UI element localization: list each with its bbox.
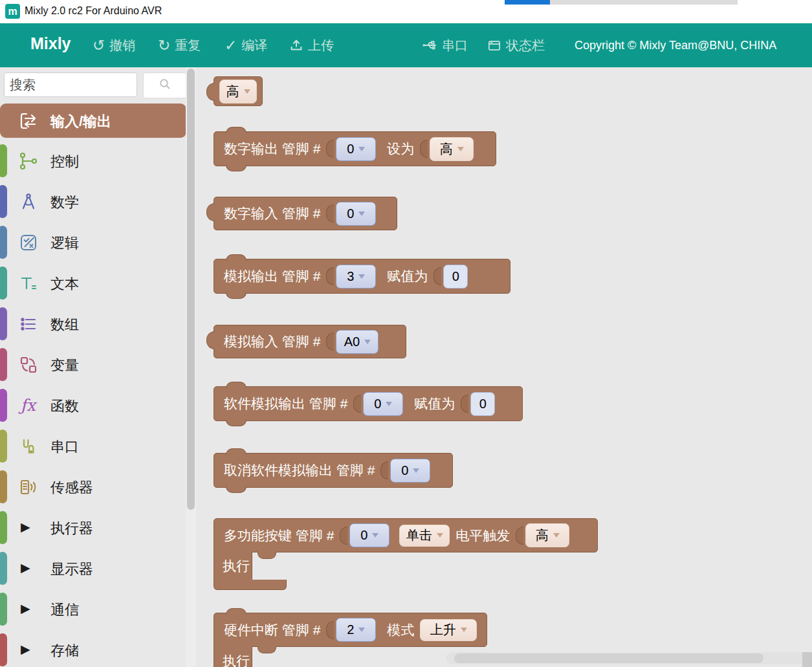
workspace-hscrollbar-thumb[interactable] (454, 653, 763, 663)
statusbar-toggle-button[interactable]: 状态栏 (487, 23, 545, 67)
pin-dropdown[interactable]: A0 (336, 330, 379, 354)
block-analog-write[interactable]: 模拟输出 管脚 # 3 赋值为 0 (214, 259, 510, 294)
input-socket (420, 140, 428, 158)
value-number-field[interactable]: 0 (443, 265, 468, 289)
control-icon (17, 150, 39, 171)
block-header-row: 多功能按键 管脚 # 0 单击 电平触发 高 (214, 518, 598, 552)
sidebar-item-communication[interactable]: ▶ 通信 (0, 592, 186, 626)
block-digital-read[interactable]: 数字输入 管脚 # 0 (214, 197, 397, 230)
upload-button[interactable]: 上传 (289, 23, 334, 67)
block-digital-write[interactable]: 数字输出 管脚 # 0 设为 高 (214, 131, 496, 166)
math-compass-icon (17, 191, 39, 212)
sidebar-item-function[interactable]: ƒx 函数 (0, 388, 186, 422)
variable-swap-icon (17, 354, 39, 375)
sensor-icon (17, 476, 39, 498)
category-color-bar (0, 185, 7, 218)
sidebar-item-array[interactable]: 数组 (0, 307, 186, 341)
upload-icon (289, 38, 303, 52)
compile-button[interactable]: ✓ 编译 (225, 23, 267, 67)
dropdown-arrow-icon (372, 533, 379, 538)
sidebar-item-control[interactable]: 控制 (0, 144, 186, 178)
input-output-icon (17, 110, 39, 131)
copyright-text: Copyright © Mixly Team@BNU, CHINA (575, 23, 776, 67)
category-color-bar (0, 389, 7, 422)
search-input[interactable] (4, 72, 137, 97)
pin-dropdown[interactable]: 0 (363, 392, 403, 416)
category-color-bar (0, 348, 7, 381)
redo-icon: ↻ (158, 38, 170, 53)
sidebar-item-display[interactable]: ▶ 显示器 (0, 551, 186, 585)
dropdown-arrow-icon (358, 628, 365, 632)
block-high-value[interactable]: 高 (214, 76, 263, 106)
usb-icon (422, 38, 437, 53)
text-icon (17, 272, 39, 294)
level-dropdown[interactable]: 高 (219, 80, 257, 104)
window-icon (487, 38, 501, 53)
block-category-sidebar: 输入/输出 控制 数学 (0, 67, 186, 667)
expand-arrow-icon: ▶ (21, 520, 30, 535)
pin-dropdown[interactable]: 0 (349, 523, 390, 547)
pin-dropdown[interactable]: 0 (336, 202, 376, 226)
sidebar-item-text[interactable]: 文本 (0, 266, 186, 300)
input-socket (326, 333, 334, 351)
block-cancel-soft-analog-write[interactable]: 取消软件模拟输出 管脚 # 0 (214, 453, 453, 488)
dropdown-arrow-icon (553, 533, 560, 538)
block-workspace-canvas[interactable]: 高 数字输出 管脚 # 0 设为 高 数字输入 管脚 # 0 (196, 67, 812, 667)
sidebar-item-serial[interactable]: 串口 (0, 429, 186, 463)
dropdown-arrow-icon (244, 89, 250, 94)
block-soft-analog-write[interactable]: 软件模拟输出 管脚 # 0 赋值为 0 (214, 386, 523, 421)
expand-arrow-icon: ▶ (21, 642, 30, 657)
dropdown-arrow-icon (461, 628, 467, 632)
redo-button[interactable]: ↻ 重复 (158, 23, 201, 67)
pin-dropdown[interactable]: 0 (336, 137, 376, 161)
sidebar-item-inout[interactable]: 输入/输出 (0, 104, 186, 138)
logic-checkbox-icon (17, 232, 39, 253)
block-multifunction-button[interactable]: 多功能按键 管脚 # 0 单击 电平触发 高 执行 (214, 518, 598, 591)
sidebar-item-math[interactable]: 数学 (0, 184, 186, 219)
undo-icon: ↺ (93, 38, 105, 53)
category-color-bar (0, 267, 7, 300)
sidebar-item-sensor[interactable]: 传感器 (0, 470, 186, 504)
category-color-bar (0, 144, 7, 177)
input-socket (326, 621, 334, 639)
category-color-bar (0, 226, 7, 259)
search-icon (158, 77, 172, 94)
serial-monitor-button[interactable]: 串口 (422, 23, 468, 67)
search-button[interactable] (143, 72, 187, 98)
input-socket (353, 395, 361, 413)
input-socket (340, 527, 347, 545)
dropdown-arrow-icon (457, 147, 464, 151)
mixly-menu-button[interactable]: Mixly (30, 34, 71, 53)
statement-slot-notch (258, 646, 276, 653)
dropdown-arrow-icon (358, 212, 365, 216)
array-list-icon (17, 313, 39, 334)
titlebar: m Mixly 2.0 rc2 For Arduino AVR (0, 0, 812, 23)
interrupt-mode-dropdown[interactable]: 上升 (420, 619, 477, 641)
pin-dropdown[interactable]: 0 (390, 459, 430, 483)
pin-dropdown[interactable]: 3 (336, 265, 376, 289)
sidebar-item-variable[interactable]: 变量 (0, 347, 186, 382)
level-dropdown[interactable]: 高 (430, 137, 474, 161)
window-title: Mixly 2.0 rc2 For Arduino AVR (25, 5, 162, 17)
input-socket (380, 461, 388, 479)
category-color-bar (0, 593, 7, 626)
progress-bar-track (550, 0, 738, 5)
dropdown-arrow-icon (386, 402, 392, 406)
sidebar-item-storage[interactable]: ▶ 存储 (0, 633, 186, 667)
block-header-row: 硬件中断 管脚 # 2 模式 上升 (214, 613, 487, 647)
dropdown-arrow-icon (358, 274, 365, 279)
undo-button[interactable]: ↺ 撤销 (93, 23, 135, 67)
dropdown-arrow-icon (437, 533, 443, 538)
dropdown-arrow-icon (358, 147, 365, 151)
pin-dropdown[interactable]: 2 (336, 618, 376, 642)
value-number-field[interactable]: 0 (470, 392, 495, 416)
block-analog-read[interactable]: 模拟输入 管脚 # A0 (214, 325, 406, 358)
click-mode-dropdown[interactable]: 单击 (399, 525, 450, 547)
input-socket (326, 267, 334, 285)
sidebar-item-logic[interactable]: 逻辑 (0, 225, 186, 259)
sidebar-scrollbar-thumb[interactable] (187, 69, 195, 510)
input-socket (433, 267, 441, 285)
dropdown-arrow-icon (364, 340, 371, 344)
sidebar-item-actuator[interactable]: ▶ 执行器 (0, 510, 186, 545)
level-dropdown[interactable]: 高 (525, 523, 569, 547)
